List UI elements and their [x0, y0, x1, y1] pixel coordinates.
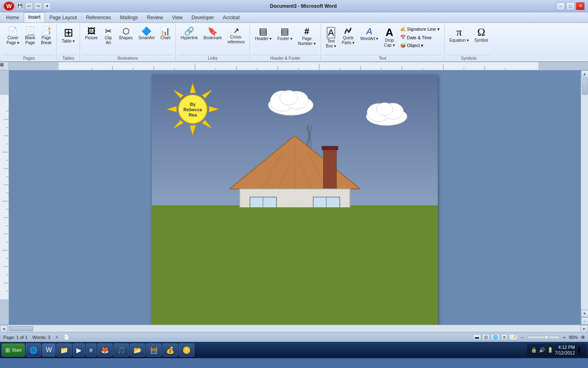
cover-page-button[interactable]: 📄 CoverPage ▾: [4, 25, 22, 47]
print-view-btn[interactable]: ▬: [473, 334, 481, 340]
taskbar-media[interactable]: ▶: [73, 343, 85, 357]
svg-rect-76: [323, 148, 336, 189]
footer-button[interactable]: ▤ Footer ▾: [275, 25, 295, 43]
svg-text:Rebecca: Rebecca: [183, 107, 202, 112]
header-button[interactable]: ▤ Header ▾: [252, 25, 274, 43]
svg-rect-1: [9, 62, 59, 70]
equation-button[interactable]: π Equation ▾: [447, 25, 471, 45]
drop-cap-button[interactable]: A DropCap ▾: [381, 25, 397, 49]
header-label: Header ▾: [255, 36, 272, 41]
svg-rect-26: [0, 299, 9, 325]
chart-button[interactable]: 📊 Chart: [158, 25, 173, 42]
right-scrollbar[interactable]: ▲ ▼ ═: [581, 70, 588, 325]
taskbar-word[interactable]: W: [42, 343, 56, 357]
document[interactable]: By Rebecca Rea: [152, 74, 438, 325]
draft-btn[interactable]: 📝: [509, 334, 518, 340]
close-button[interactable]: ✕: [576, 2, 585, 10]
scroll-up-arrow[interactable]: ▲: [581, 70, 588, 78]
scroll-thumb[interactable]: [582, 79, 588, 95]
hyperlink-button[interactable]: 🔗 Hyperlink: [178, 25, 200, 42]
table-button[interactable]: ⊞ Table ▾: [59, 25, 77, 45]
tab-home[interactable]: Home: [2, 13, 24, 22]
tray-network[interactable]: 🔒: [530, 347, 537, 353]
quick-custom-btn[interactable]: ▾: [43, 2, 51, 10]
svg-marker-55: [202, 90, 212, 98]
cross-ref-button[interactable]: ↗ Cross-reference: [225, 25, 247, 46]
tab-acrobat[interactable]: Acrobat: [218, 13, 244, 22]
doc-view-icon[interactable]: 📄: [64, 334, 69, 340]
page-number-button[interactable]: # PageNumber ▾: [296, 25, 318, 48]
taskbar-money[interactable]: 💰: [163, 343, 178, 357]
title-bar-left: W 💾 ↩ ↪ ▾: [3, 1, 51, 11]
wordart-button[interactable]: A WordArt ▾: [358, 25, 381, 43]
smartart-button[interactable]: 🔷 SmartArt: [136, 25, 157, 42]
taskbar-coins[interactable]: 🪙: [179, 343, 194, 357]
object-button[interactable]: 📦 Object ▾: [398, 42, 442, 49]
sig-line-button[interactable]: ✍ Signature Line ▾: [398, 25, 442, 33]
ruler-corner[interactable]: ⊞: [0, 62, 9, 70]
quick-redo-btn[interactable]: ↪: [34, 2, 42, 10]
quick-parts-label: QuickParts ▾: [342, 36, 354, 45]
blank-page-button[interactable]: 📃 BlankPage: [22, 25, 38, 47]
start-button[interactable]: ⊞ Start: [2, 343, 25, 357]
links-group-label: Links: [178, 55, 247, 61]
system-tray: 🔒 🔊 🔋 4:12 PM 7/12/2012 ▌: [527, 343, 586, 357]
outline-btn[interactable]: ≡: [501, 334, 508, 340]
document-area[interactable]: By Rebecca Rea: [9, 70, 581, 325]
date-time-button[interactable]: 📅 Date & Time: [398, 34, 442, 41]
symbol-button[interactable]: Ω Symbol: [472, 25, 490, 45]
quick-parts-button[interactable]: 🗲 QuickParts ▾: [339, 25, 357, 47]
object-label: Object ▾: [407, 43, 424, 48]
picture-button[interactable]: 🖼 Picture: [82, 25, 100, 42]
svg-point-65: [280, 90, 298, 105]
zoom-out-btn[interactable]: −: [521, 335, 523, 340]
web-view-btn[interactable]: 🌐: [491, 334, 500, 340]
tab-insert[interactable]: Insert: [24, 12, 45, 22]
taskbar-explorer[interactable]: 📁: [56, 343, 72, 357]
minimize-button[interactable]: −: [556, 2, 565, 10]
tray-battery[interactable]: 🔋: [547, 347, 553, 353]
tab-review[interactable]: Review: [143, 13, 167, 22]
svg-rect-77: [322, 146, 338, 150]
bookmark-button[interactable]: 🔖 Bookmark: [201, 25, 224, 42]
full-screen-btn[interactable]: ⊡: [482, 334, 490, 340]
maximize-button[interactable]: □: [566, 2, 575, 10]
taskbar-files[interactable]: 📂: [130, 343, 145, 357]
taskbar-ie[interactable]: 🌐: [26, 343, 41, 357]
zoom-fit-btn[interactable]: ⊕: [581, 334, 585, 340]
bottom-scrollbar: ◄ ►: [0, 325, 588, 332]
text-box-button[interactable]: A TextBox ▾: [323, 25, 339, 50]
h-scroll-track[interactable]: [8, 326, 580, 332]
taskbar-firefox[interactable]: 🦊: [97, 343, 113, 357]
h-scroll-thumb[interactable]: [9, 326, 33, 331]
tab-mailings[interactable]: Mailings: [116, 13, 143, 22]
tab-view[interactable]: View: [167, 13, 187, 22]
illustrations-group-label: Illustrations: [82, 55, 173, 61]
scroll-down-arrow[interactable]: ▼: [581, 310, 588, 317]
scroll-left-arrow[interactable]: ◄: [0, 325, 7, 332]
bookmark-icon: 🔖: [207, 27, 218, 35]
shapes-button[interactable]: ⬡ Shapes: [116, 25, 135, 42]
quick-save-btn[interactable]: 💾: [16, 2, 24, 10]
clip-art-button[interactable]: ✂ ClipArt: [101, 25, 116, 47]
scroll-right-arrow[interactable]: ►: [581, 325, 588, 332]
symbol-icon: Ω: [477, 27, 485, 38]
tray-volume[interactable]: 🔊: [539, 347, 545, 353]
zoom-in-btn[interactable]: +: [563, 335, 566, 340]
svg-marker-57: [202, 120, 212, 128]
taskbar-calc[interactable]: 🧮: [146, 343, 162, 357]
taskbar-ie2[interactable]: e: [86, 343, 96, 357]
quick-undo-btn[interactable]: ↩: [25, 2, 33, 10]
zoom-slider[interactable]: [527, 336, 560, 339]
tray-show-desktop[interactable]: ▌: [577, 347, 583, 353]
page-break-button[interactable]: 📑 PageBreak: [38, 25, 54, 47]
office-button[interactable]: W: [3, 1, 15, 11]
tab-references[interactable]: References: [81, 13, 115, 22]
scroll-track[interactable]: [581, 78, 588, 310]
tab-developer[interactable]: Developer: [187, 13, 218, 22]
taskbar-music[interactable]: 🎵: [114, 343, 129, 357]
title-bar: W 💾 ↩ ↪ ▾ Document3 - Microsoft Word − □…: [0, 0, 588, 12]
proofing-check[interactable]: ✓: [55, 334, 59, 340]
scroll-split-btn[interactable]: ═: [581, 317, 588, 325]
tab-page-layout[interactable]: Page Layout: [45, 13, 81, 22]
